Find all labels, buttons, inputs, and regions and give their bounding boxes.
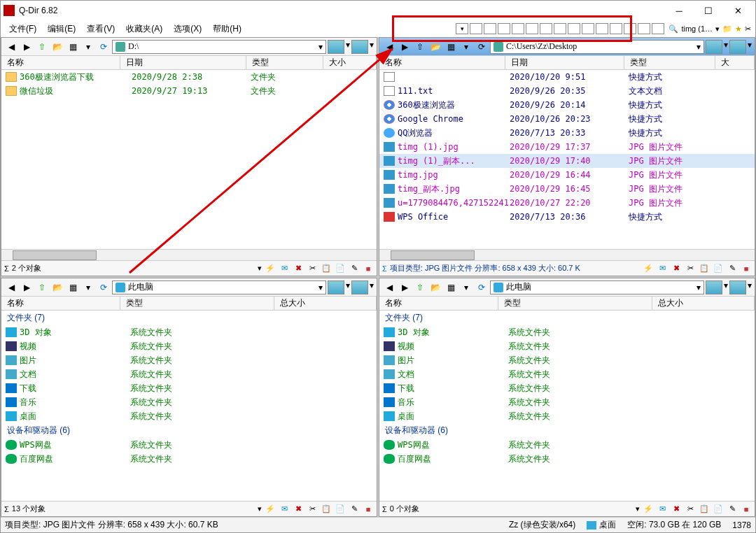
square-icon[interactable]: ■ bbox=[741, 504, 752, 515]
view-button[interactable] bbox=[328, 40, 344, 54]
square-icon[interactable]: ■ bbox=[363, 263, 374, 274]
view-button[interactable] bbox=[729, 40, 746, 54]
refresh-icon[interactable]: ⟳ bbox=[97, 280, 111, 294]
file-row[interactable]: 桌面 系统文件夹 bbox=[1, 409, 377, 423]
file-row[interactable]: 文档 系统文件夹 bbox=[1, 367, 377, 381]
file-list[interactable]: 360极速浏览器下载 2020/9/28 2:38 文件夹 微信垃圾 2020/… bbox=[1, 70, 377, 249]
view-button[interactable] bbox=[328, 280, 344, 294]
dropdown-icon[interactable]: ▾ bbox=[318, 283, 323, 292]
cut-icon[interactable]: ✂ bbox=[685, 504, 696, 515]
col-type[interactable]: 类型 bbox=[120, 297, 274, 310]
folder-icon[interactable]: 📂 bbox=[428, 40, 442, 54]
bolt-icon[interactable]: ⚡ bbox=[643, 504, 654, 515]
layout-icon[interactable] bbox=[484, 23, 496, 34]
folder-icon[interactable]: 📁 bbox=[722, 24, 732, 34]
file-row[interactable]: 图片 系统文件夹 bbox=[379, 353, 755, 367]
scissors-icon[interactable]: ✂ bbox=[745, 24, 751, 34]
scrollbar-h[interactable] bbox=[379, 249, 755, 260]
file-row[interactable]: 音乐 系统文件夹 bbox=[379, 395, 755, 409]
col-name[interactable]: 名称 bbox=[379, 56, 505, 69]
refresh-icon[interactable]: ⟳ bbox=[97, 40, 111, 54]
dropdown-icon[interactable]: ▾ bbox=[459, 280, 473, 294]
forward-icon[interactable]: ▶ bbox=[20, 40, 34, 54]
delete-icon[interactable]: ✖ bbox=[671, 504, 682, 515]
group-header[interactable]: 设备和驱动器 (6) bbox=[1, 423, 377, 438]
layout-icon[interactable]: ▾ bbox=[456, 23, 468, 34]
view-button[interactable] bbox=[706, 280, 722, 294]
file-row[interactable]: 视频 系统文件夹 bbox=[379, 339, 755, 353]
grid-icon[interactable]: ▦ bbox=[444, 40, 458, 54]
address-bar[interactable]: C:\Users\Zz\Desktop ▾ bbox=[490, 40, 704, 54]
grid-icon[interactable]: ▦ bbox=[444, 280, 458, 294]
pencil-icon[interactable]: ✎ bbox=[727, 504, 738, 515]
maximize-button[interactable]: ☐ bbox=[694, 1, 723, 20]
square-icon[interactable]: ■ bbox=[363, 504, 374, 515]
address-bar[interactable]: 此电脑 ▾ bbox=[490, 280, 704, 294]
bolt-icon[interactable]: ⚡ bbox=[643, 263, 654, 274]
dropdown-icon[interactable]: ▾ bbox=[81, 280, 95, 294]
pencil-icon[interactable]: ✎ bbox=[727, 263, 738, 274]
layout-icon[interactable] bbox=[512, 23, 524, 34]
pencil-icon[interactable]: ✎ bbox=[349, 263, 360, 274]
file-row[interactable]: 桌面 系统文件夹 bbox=[379, 409, 755, 423]
grid-icon[interactable]: ▦ bbox=[66, 280, 80, 294]
menu-edit[interactable]: 编辑(E) bbox=[43, 22, 80, 36]
bolt-icon[interactable]: ⚡ bbox=[265, 263, 276, 274]
file-row[interactable]: WPS Office 2020/7/13 20:36 快捷方式 bbox=[379, 210, 755, 224]
cut-icon[interactable]: ✂ bbox=[307, 263, 318, 274]
forward-icon[interactable]: ▶ bbox=[398, 280, 412, 294]
group-header[interactable]: 设备和驱动器 (6) bbox=[379, 423, 755, 438]
copy-icon[interactable]: 📋 bbox=[321, 263, 332, 274]
file-row[interactable]: 360极速浏览器 2020/9/26 20:14 快捷方式 bbox=[379, 98, 755, 112]
file-row[interactable]: WPS网盘 系统文件夹 bbox=[1, 438, 377, 452]
col-type[interactable]: 类型 bbox=[246, 56, 323, 69]
file-row[interactable]: 图片 系统文件夹 bbox=[1, 353, 377, 367]
file-row[interactable]: 3D 对象 系统文件夹 bbox=[1, 325, 377, 339]
view-button[interactable] bbox=[351, 280, 368, 294]
file-row[interactable]: 微信垃圾 2020/9/27 19:13 文件夹 bbox=[1, 84, 377, 98]
sigma-icon[interactable]: Σ bbox=[382, 505, 387, 513]
copy-icon[interactable]: 📋 bbox=[699, 263, 710, 274]
bolt-icon[interactable]: ⚡ bbox=[265, 504, 276, 515]
refresh-icon[interactable]: ⟳ bbox=[475, 40, 489, 54]
back-icon[interactable]: ◀ bbox=[4, 280, 18, 294]
menu-file[interactable]: 文件(F) bbox=[5, 22, 41, 36]
file-row[interactable]: 2020/10/20 9:51 快捷方式 bbox=[379, 70, 755, 84]
file-row[interactable]: Google Chrome 2020/10/26 20:23 快捷方式 bbox=[379, 112, 755, 126]
square-icon[interactable]: ■ bbox=[741, 263, 752, 274]
minimize-button[interactable]: ─ bbox=[664, 1, 694, 20]
star-icon[interactable]: ★ bbox=[735, 24, 742, 34]
folder-icon[interactable]: 📂 bbox=[50, 40, 64, 54]
layout-icon[interactable] bbox=[470, 23, 482, 34]
dropdown-icon[interactable]: ▾ bbox=[696, 42, 701, 52]
up-icon[interactable]: ⇧ bbox=[413, 40, 427, 54]
refresh-icon[interactable]: ⟳ bbox=[475, 280, 489, 294]
paste-icon[interactable]: 📄 bbox=[335, 263, 346, 274]
cut-icon[interactable]: ✂ bbox=[307, 504, 318, 515]
col-size[interactable]: 大 bbox=[715, 56, 755, 69]
magnify-icon[interactable]: 🔍 bbox=[668, 24, 678, 34]
paste-icon[interactable]: 📄 bbox=[713, 263, 724, 274]
dropdown-icon[interactable]: ▾ bbox=[318, 42, 323, 52]
col-size[interactable]: 总大小 bbox=[274, 297, 377, 310]
up-icon[interactable]: ⇧ bbox=[413, 280, 427, 294]
view-button[interactable] bbox=[729, 280, 746, 294]
layout-icon[interactable] bbox=[624, 23, 636, 34]
folder-icon[interactable]: 📂 bbox=[50, 280, 64, 294]
view-button[interactable] bbox=[706, 40, 722, 54]
address-bar[interactable]: 此电脑 ▾ bbox=[112, 280, 326, 294]
back-icon[interactable]: ◀ bbox=[382, 280, 396, 294]
copy-icon[interactable]: 📋 bbox=[699, 504, 710, 515]
up-icon[interactable]: ⇧ bbox=[35, 280, 49, 294]
close-button[interactable]: ✕ bbox=[723, 1, 752, 20]
dropdown-icon[interactable]: ▾ bbox=[459, 40, 473, 54]
mail-icon[interactable]: ✉ bbox=[657, 263, 668, 274]
mail-icon[interactable]: ✉ bbox=[279, 504, 290, 515]
mail-icon[interactable]: ✉ bbox=[657, 504, 668, 515]
col-type[interactable]: 类型 bbox=[498, 297, 652, 310]
layout-icon[interactable] bbox=[610, 23, 622, 34]
col-date[interactable]: 日期 bbox=[120, 56, 246, 69]
delete-icon[interactable]: ✖ bbox=[671, 263, 682, 274]
col-size[interactable]: 大小 bbox=[323, 56, 377, 69]
back-icon[interactable]: ◀ bbox=[4, 40, 18, 54]
